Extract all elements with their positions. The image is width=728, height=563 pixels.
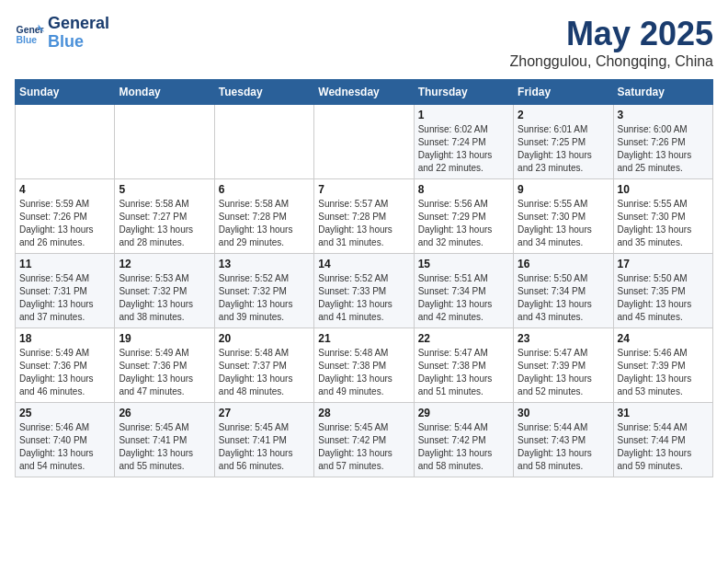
day-number: 5: [119, 183, 210, 196]
day-number: 17: [618, 258, 709, 270]
calendar-cell: 9Sunrise: 5:55 AM Sunset: 7:30 PM Daylig…: [514, 179, 613, 254]
day-info: Sunrise: 6:02 AM Sunset: 7:24 PM Dayligh…: [418, 123, 509, 175]
weekday-header-tuesday: Tuesday: [214, 80, 313, 105]
logo: General Blue General Blue: [15, 15, 109, 52]
calendar-cell: 27Sunrise: 5:45 AM Sunset: 7:41 PM Dayli…: [214, 403, 313, 477]
day-info: Sunrise: 5:46 AM Sunset: 7:40 PM Dayligh…: [19, 421, 110, 473]
day-info: Sunrise: 5:52 AM Sunset: 7:32 PM Dayligh…: [219, 272, 310, 324]
day-info: Sunrise: 6:00 AM Sunset: 7:26 PM Dayligh…: [618, 123, 709, 175]
day-number: 16: [518, 258, 609, 270]
calendar-cell: 16Sunrise: 5:50 AM Sunset: 7:34 PM Dayli…: [514, 254, 613, 328]
day-info: Sunrise: 5:55 AM Sunset: 7:30 PM Dayligh…: [618, 198, 709, 249]
weekday-header-sunday: Sunday: [16, 80, 115, 105]
day-info: Sunrise: 5:48 AM Sunset: 7:38 PM Dayligh…: [318, 347, 409, 398]
day-info: Sunrise: 5:56 AM Sunset: 7:29 PM Dayligh…: [418, 198, 509, 249]
calendar-body: 1Sunrise: 6:02 AM Sunset: 7:24 PM Daylig…: [16, 105, 713, 477]
calendar-cell: 13Sunrise: 5:52 AM Sunset: 7:32 PM Dayli…: [214, 254, 313, 328]
calendar-cell: 18Sunrise: 5:49 AM Sunset: 7:36 PM Dayli…: [16, 328, 115, 403]
day-number: 26: [119, 407, 210, 419]
day-info: Sunrise: 5:50 AM Sunset: 7:35 PM Dayligh…: [618, 272, 709, 324]
svg-text:Blue: Blue: [17, 35, 38, 45]
day-number: 23: [518, 332, 609, 345]
day-info: Sunrise: 6:01 AM Sunset: 7:25 PM Dayligh…: [518, 123, 609, 175]
weekday-header-wednesday: Wednesday: [314, 80, 414, 105]
calendar-cell: 1Sunrise: 6:02 AM Sunset: 7:24 PM Daylig…: [414, 105, 513, 179]
day-number: 24: [618, 332, 709, 345]
day-info: Sunrise: 5:50 AM Sunset: 7:34 PM Dayligh…: [518, 272, 609, 324]
day-number: 14: [318, 258, 409, 270]
weekday-header-friday: Friday: [514, 80, 613, 105]
day-number: 13: [219, 258, 310, 270]
day-number: 31: [618, 407, 709, 419]
calendar-cell: [115, 105, 214, 179]
calendar-cell: 20Sunrise: 5:48 AM Sunset: 7:37 PM Dayli…: [214, 328, 313, 403]
page-header: General Blue General Blue May 2025 Zhong…: [15, 15, 713, 70]
calendar-week-row: 1Sunrise: 6:02 AM Sunset: 7:24 PM Daylig…: [16, 105, 713, 179]
day-info: Sunrise: 5:48 AM Sunset: 7:37 PM Dayligh…: [219, 347, 310, 398]
day-number: 4: [19, 183, 110, 196]
day-number: 29: [418, 407, 509, 419]
calendar-cell: 19Sunrise: 5:49 AM Sunset: 7:36 PM Dayli…: [115, 328, 214, 403]
day-number: 22: [418, 332, 509, 345]
calendar-cell: 21Sunrise: 5:48 AM Sunset: 7:38 PM Dayli…: [314, 328, 414, 403]
day-number: 11: [19, 258, 110, 270]
day-number: 20: [219, 332, 310, 345]
day-info: Sunrise: 5:47 AM Sunset: 7:38 PM Dayligh…: [418, 347, 509, 398]
calendar-cell: 12Sunrise: 5:53 AM Sunset: 7:32 PM Dayli…: [115, 254, 214, 328]
day-number: 15: [418, 258, 509, 270]
calendar-cell: 8Sunrise: 5:56 AM Sunset: 7:29 PM Daylig…: [414, 179, 513, 254]
day-number: 28: [318, 407, 409, 419]
day-info: Sunrise: 5:45 AM Sunset: 7:42 PM Dayligh…: [318, 421, 409, 473]
day-number: 25: [19, 407, 110, 419]
day-info: Sunrise: 5:57 AM Sunset: 7:28 PM Dayligh…: [318, 198, 409, 249]
day-info: Sunrise: 5:58 AM Sunset: 7:28 PM Dayligh…: [219, 198, 310, 249]
calendar-cell: 4Sunrise: 5:59 AM Sunset: 7:26 PM Daylig…: [16, 179, 115, 254]
calendar-cell: 10Sunrise: 5:55 AM Sunset: 7:30 PM Dayli…: [613, 179, 712, 254]
calendar-cell: [214, 105, 313, 179]
calendar-week-row: 25Sunrise: 5:46 AM Sunset: 7:40 PM Dayli…: [16, 403, 713, 477]
day-number: 30: [518, 407, 609, 419]
calendar-cell: 30Sunrise: 5:44 AM Sunset: 7:43 PM Dayli…: [514, 403, 613, 477]
calendar-cell: 6Sunrise: 5:58 AM Sunset: 7:28 PM Daylig…: [214, 179, 313, 254]
calendar-week-row: 11Sunrise: 5:54 AM Sunset: 7:31 PM Dayli…: [16, 254, 713, 328]
calendar-cell: 3Sunrise: 6:00 AM Sunset: 7:26 PM Daylig…: [613, 105, 712, 179]
calendar-cell: 15Sunrise: 5:51 AM Sunset: 7:34 PM Dayli…: [414, 254, 513, 328]
logo-icon: General Blue: [15, 18, 44, 48]
day-number: 19: [119, 332, 210, 345]
day-number: 12: [119, 258, 210, 270]
weekday-header-saturday: Saturday: [613, 80, 712, 105]
calendar-cell: 22Sunrise: 5:47 AM Sunset: 7:38 PM Dayli…: [414, 328, 513, 403]
day-info: Sunrise: 5:49 AM Sunset: 7:36 PM Dayligh…: [19, 347, 110, 398]
day-info: Sunrise: 5:51 AM Sunset: 7:34 PM Dayligh…: [418, 272, 509, 324]
day-info: Sunrise: 5:45 AM Sunset: 7:41 PM Dayligh…: [119, 421, 210, 473]
calendar-cell: 24Sunrise: 5:46 AM Sunset: 7:39 PM Dayli…: [613, 328, 712, 403]
day-info: Sunrise: 5:52 AM Sunset: 7:33 PM Dayligh…: [318, 272, 409, 324]
calendar-cell: 14Sunrise: 5:52 AM Sunset: 7:33 PM Dayli…: [314, 254, 414, 328]
day-info: Sunrise: 5:58 AM Sunset: 7:27 PM Dayligh…: [119, 198, 210, 249]
weekday-header-row: SundayMondayTuesdayWednesdayThursdayFrid…: [16, 80, 713, 105]
day-number: 1: [418, 109, 509, 121]
day-info: Sunrise: 5:59 AM Sunset: 7:26 PM Dayligh…: [19, 198, 110, 249]
calendar-cell: 25Sunrise: 5:46 AM Sunset: 7:40 PM Dayli…: [16, 403, 115, 477]
calendar-week-row: 4Sunrise: 5:59 AM Sunset: 7:26 PM Daylig…: [16, 179, 713, 254]
calendar-cell: 23Sunrise: 5:47 AM Sunset: 7:39 PM Dayli…: [514, 328, 613, 403]
day-number: 2: [518, 109, 609, 121]
calendar-cell: [314, 105, 414, 179]
calendar-cell: 31Sunrise: 5:44 AM Sunset: 7:44 PM Dayli…: [613, 403, 712, 477]
day-info: Sunrise: 5:55 AM Sunset: 7:30 PM Dayligh…: [518, 198, 609, 249]
day-info: Sunrise: 5:54 AM Sunset: 7:31 PM Dayligh…: [19, 272, 110, 324]
day-number: 7: [318, 183, 409, 196]
day-number: 18: [19, 332, 110, 345]
day-number: 27: [219, 407, 310, 419]
title-area: May 2025 Zhonggulou, Chongqing, China: [510, 15, 714, 70]
day-number: 9: [518, 183, 609, 196]
day-number: 6: [219, 183, 310, 196]
calendar-cell: [16, 105, 115, 179]
day-number: 21: [318, 332, 409, 345]
day-info: Sunrise: 5:53 AM Sunset: 7:32 PM Dayligh…: [119, 272, 210, 324]
location-title: Zhonggulou, Chongqing, China: [510, 53, 714, 70]
logo-text: General Blue: [48, 15, 109, 52]
calendar-cell: 28Sunrise: 5:45 AM Sunset: 7:42 PM Dayli…: [314, 403, 414, 477]
calendar-cell: 26Sunrise: 5:45 AM Sunset: 7:41 PM Dayli…: [115, 403, 214, 477]
day-info: Sunrise: 5:49 AM Sunset: 7:36 PM Dayligh…: [119, 347, 210, 398]
